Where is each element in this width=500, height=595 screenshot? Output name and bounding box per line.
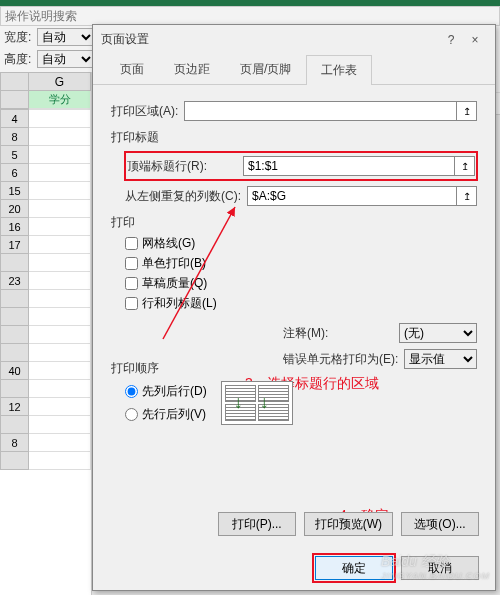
row-header[interactable]: 20 bbox=[1, 200, 29, 218]
order-preview-image: ↓ ↓ bbox=[221, 381, 293, 425]
cell[interactable] bbox=[29, 182, 91, 200]
cell[interactable] bbox=[29, 236, 91, 254]
row-header[interactable] bbox=[1, 416, 29, 434]
tell-me-search[interactable] bbox=[0, 6, 500, 26]
row-header[interactable] bbox=[1, 308, 29, 326]
errors-label: 错误单元格打印为(E): bbox=[283, 351, 398, 368]
cell[interactable] bbox=[29, 146, 91, 164]
tab-headerfooter[interactable]: 页眉/页脚 bbox=[225, 54, 306, 84]
left-cols-label: 从左侧重复的列数(C): bbox=[125, 188, 241, 205]
height-label: 高度: bbox=[4, 51, 31, 68]
row-header[interactable]: 17 bbox=[1, 236, 29, 254]
order-over-radio[interactable] bbox=[125, 408, 138, 421]
row-header[interactable]: 23 bbox=[1, 272, 29, 290]
row-header[interactable] bbox=[1, 380, 29, 398]
row-header[interactable]: 8 bbox=[1, 128, 29, 146]
row-header[interactable]: 16 bbox=[1, 218, 29, 236]
width-select[interactable]: 自动 bbox=[37, 28, 95, 46]
cell[interactable] bbox=[29, 398, 91, 416]
row-header[interactable]: 5 bbox=[1, 146, 29, 164]
print-area-ref-button[interactable]: ↥ bbox=[457, 101, 477, 121]
top-rows-ref-button[interactable]: ↥ bbox=[455, 156, 475, 176]
order-down-radio[interactable] bbox=[125, 385, 138, 398]
worksheet-grid[interactable]: G 学分 4856152016172340128 bbox=[0, 72, 92, 595]
cell[interactable] bbox=[29, 416, 91, 434]
cell[interactable] bbox=[29, 434, 91, 452]
tab-sheet[interactable]: 工作表 bbox=[306, 55, 372, 85]
order-down-label: 先列后行(D) bbox=[142, 383, 207, 400]
tab-margins[interactable]: 页边距 bbox=[159, 54, 225, 84]
collapse-icon: ↥ bbox=[461, 161, 469, 172]
width-label: 宽度: bbox=[4, 29, 31, 46]
cell[interactable] bbox=[29, 200, 91, 218]
row-header[interactable] bbox=[1, 452, 29, 470]
top-rows-input[interactable] bbox=[243, 156, 455, 176]
row-header[interactable]: 40 bbox=[1, 362, 29, 380]
row-header[interactable]: 15 bbox=[1, 182, 29, 200]
left-cols-input[interactable] bbox=[247, 186, 457, 206]
gridlines-print-label: 网格线(G) bbox=[142, 235, 195, 252]
top-rows-row: 顶端标题行(R): ↥ bbox=[125, 152, 477, 180]
row-header[interactable] bbox=[1, 326, 29, 344]
cell[interactable] bbox=[29, 380, 91, 398]
mono-checkbox[interactable] bbox=[125, 257, 138, 270]
row-header[interactable]: 8 bbox=[1, 434, 29, 452]
print-button[interactable]: 打印(P)... bbox=[218, 512, 296, 536]
collapse-icon: ↥ bbox=[463, 106, 471, 117]
cell[interactable] bbox=[29, 452, 91, 470]
cell[interactable] bbox=[29, 344, 91, 362]
top-rows-label: 顶端标题行(R): bbox=[127, 158, 237, 175]
rowcol-checkbox[interactable] bbox=[125, 297, 138, 310]
cell[interactable] bbox=[29, 218, 91, 236]
options-button[interactable]: 选项(O)... bbox=[401, 512, 479, 536]
errors-select[interactable]: 显示值 bbox=[404, 349, 477, 369]
height-select[interactable]: 自动 bbox=[37, 50, 95, 68]
gridlines-print-checkbox[interactable] bbox=[125, 237, 138, 250]
help-button[interactable]: ? bbox=[439, 33, 463, 47]
close-button[interactable]: × bbox=[463, 33, 487, 47]
left-cols-ref-button[interactable]: ↥ bbox=[457, 186, 477, 206]
cell[interactable] bbox=[29, 272, 91, 290]
column-header-g[interactable]: G bbox=[29, 73, 91, 91]
collapse-icon: ↥ bbox=[463, 191, 471, 202]
row-header[interactable]: 6 bbox=[1, 164, 29, 182]
cell[interactable] bbox=[29, 164, 91, 182]
cell[interactable] bbox=[29, 326, 91, 344]
order-over-label: 先行后列(V) bbox=[142, 406, 206, 423]
header-cell[interactable]: 学分 bbox=[29, 91, 91, 109]
watermark: Baidu 经验 JINGYAN.BAIDU.COM bbox=[381, 553, 490, 581]
cell[interactable] bbox=[29, 290, 91, 308]
draft-label: 草稿质量(Q) bbox=[142, 275, 207, 292]
mono-label: 单色打印(B) bbox=[142, 255, 206, 272]
row-header[interactable] bbox=[1, 290, 29, 308]
comments-label: 注释(M): bbox=[283, 325, 393, 342]
preview-button[interactable]: 打印预览(W) bbox=[304, 512, 393, 536]
comments-select[interactable]: (无) bbox=[399, 323, 477, 343]
annotation-4: 4、确定 bbox=[339, 507, 389, 512]
row-header[interactable] bbox=[1, 254, 29, 272]
print-area-input[interactable] bbox=[184, 101, 457, 121]
cell[interactable] bbox=[29, 110, 91, 128]
draft-checkbox[interactable] bbox=[125, 277, 138, 290]
tab-page[interactable]: 页面 bbox=[105, 54, 159, 84]
dialog-tabs: 页面 页边距 页眉/页脚 工作表 bbox=[93, 54, 495, 85]
row-header[interactable]: 12 bbox=[1, 398, 29, 416]
rowcol-label: 行和列标题(L) bbox=[142, 295, 217, 312]
row-header[interactable] bbox=[1, 344, 29, 362]
dialog-title: 页面设置 bbox=[101, 31, 149, 48]
cell[interactable] bbox=[29, 128, 91, 146]
cell[interactable] bbox=[29, 308, 91, 326]
row-header[interactable]: 4 bbox=[1, 110, 29, 128]
print-titles-section: 打印标题 bbox=[111, 129, 477, 146]
cell[interactable] bbox=[29, 254, 91, 272]
print-area-label: 打印区域(A): bbox=[111, 103, 178, 120]
page-setup-dialog: 页面设置 ? × 页面 页边距 页眉/页脚 工作表 打印区域(A): ↥ 打印标… bbox=[92, 24, 496, 591]
print-section: 打印 bbox=[111, 214, 477, 231]
cell[interactable] bbox=[29, 362, 91, 380]
